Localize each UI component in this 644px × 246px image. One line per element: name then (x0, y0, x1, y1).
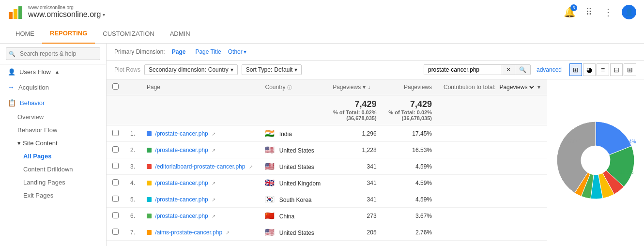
dim-option-page-title[interactable]: Page Title (192, 47, 224, 56)
row7-ext-link[interactable]: ↗ (226, 230, 230, 235)
row7-page-link[interactable]: /aims-prostate-cancer.php (155, 229, 222, 236)
nav-home[interactable]: HOME (8, 24, 42, 44)
sort-dropdown-arrow[interactable]: ▾ (363, 84, 366, 91)
row4-page: /prostate-cancer.php ↗ (141, 175, 259, 191)
row2-ext-link[interactable]: ↗ (212, 148, 215, 153)
row1-country-name: India (279, 131, 292, 138)
row5-page-link[interactable]: /prostate-cancer.php (155, 196, 208, 203)
site-content-label: Site Content (23, 139, 58, 147)
row2-pageviews: 1,228 (327, 142, 382, 158)
data-view-button[interactable]: ⊞ (569, 63, 582, 76)
compare-view-button[interactable]: ⊟ (610, 63, 623, 76)
sidebar-item-site-content-header[interactable]: ▾ Site Content (10, 137, 106, 150)
nav-customization[interactable]: CUSTOMIZATION (95, 24, 162, 44)
row1-page-link[interactable]: /prostate-cancer.php (155, 130, 208, 137)
row3-pageviews: 341 (327, 158, 382, 175)
col-num (124, 79, 141, 95)
site-url-large[interactable]: www.omicsonline.org ▾ (28, 10, 105, 19)
header-left: www.omicsonline.org www.omicsonline.org … (8, 4, 105, 20)
row3-ext-link[interactable]: ↗ (249, 164, 253, 169)
secondary-dim-arrow: ▾ (230, 66, 233, 73)
totals-row: 7,429 % of Total: 0.02% (36,678,035) 7,4… (107, 95, 547, 125)
svg-rect-2 (18, 6, 22, 19)
site-dropdown-arrow[interactable]: ▾ (103, 12, 105, 17)
sidebar-item-content-drilldown[interactable]: Content Drilldown (15, 163, 106, 176)
contribution-select[interactable]: Pageviews (497, 83, 536, 91)
search-button[interactable]: 🔍 (515, 65, 530, 75)
plot-rows-button[interactable]: Plot Rows (114, 66, 140, 73)
pie-label-3: 37.5% (567, 139, 580, 144)
table-row: 6. /prostate-cancer.php ↗ 🇨🇳 China 273 (107, 208, 547, 224)
advanced-button[interactable]: advanced (537, 66, 562, 73)
sidebar-item-overview[interactable]: Overview (10, 110, 106, 123)
totals-count: (36,678,035) (333, 115, 376, 121)
pie-label-1: 17.4% (622, 139, 636, 144)
col-pageviews-sort[interactable]: Pageviews ▾ ↓ (327, 79, 382, 95)
row5-contribution: 4.59% (383, 191, 438, 208)
more-options-icon[interactable]: ⋮ (602, 6, 614, 18)
row3-bar (438, 158, 547, 175)
search-filter-input[interactable] (424, 65, 502, 75)
row4-page-link[interactable]: /prostate-cancer.php (155, 180, 208, 186)
sort-direction-arrow[interactable]: ↓ (368, 84, 370, 91)
row6-page-link[interactable]: /prostate-cancer.php (155, 213, 208, 219)
sort-type-dropdown[interactable]: Sort Type: Default ▾ (242, 64, 302, 75)
row4-ext-link[interactable]: ↗ (212, 181, 215, 186)
search-input[interactable] (6, 47, 100, 60)
nav-admin[interactable]: ADMIN (162, 24, 198, 44)
col-checkbox (107, 79, 124, 95)
pivot-view-button[interactable]: ⊞ (624, 63, 636, 76)
row3-page-link[interactable]: /editorialboard-prostate-cancer.php (155, 163, 245, 170)
row1-ext-link[interactable]: ↗ (212, 131, 215, 137)
apps-icon[interactable]: ⠿ (583, 6, 595, 18)
nav-reporting[interactable]: REPORTING (42, 24, 95, 44)
row4-pageviews: 341 (327, 175, 382, 191)
row2-bar (438, 142, 547, 158)
row7-page: /aims-prostate-cancer.php ↗ (141, 224, 259, 241)
main: 👤 Users Flow ▲ → Acquisition 📋 Behavior … (0, 44, 644, 246)
sidebar-item-all-pages[interactable]: All Pages (15, 150, 106, 163)
notification-icon[interactable]: 🔔 3 (564, 6, 575, 18)
row1-checkbox[interactable] (107, 125, 124, 142)
clear-search-button[interactable]: ✕ (502, 65, 515, 75)
row3-country-name: United States (279, 164, 314, 170)
primary-dimension-bar: Primary Dimension: Page Page Title Other… (107, 44, 644, 61)
col-page: Page (141, 79, 259, 95)
totals-pageviews2: 7,429 % of Total: 0.02% (36,678,035) (383, 95, 438, 125)
avatar[interactable]: 👤 (622, 5, 636, 19)
svg-rect-1 (14, 9, 17, 19)
nav: HOME REPORTING CUSTOMIZATION ADMIN (0, 24, 644, 44)
col-pageviews2: Pageviews (383, 79, 438, 95)
totals-pct2: % of Total: 0.02% (388, 109, 432, 115)
row4-country: 🇬🇧 United Kingdom (259, 175, 327, 191)
select-all-checkbox[interactable] (112, 83, 119, 90)
sidebar-item-behavior-flow[interactable]: Behavior Flow (10, 123, 106, 137)
secondary-dim-dropdown[interactable]: Secondary dimension: Country ▾ (144, 64, 238, 75)
row6-pageviews: 273 (327, 208, 382, 224)
row7-flag: 🇺🇸 (265, 228, 275, 236)
totals-contribution (438, 95, 547, 125)
row1-flag: 🇮🇳 (265, 129, 275, 138)
bar-view-button[interactable]: ≡ (597, 63, 609, 76)
sidebar-item-landing-pages[interactable]: Landing Pages (15, 176, 106, 189)
other-dropdown-arrow: ▾ (244, 48, 246, 55)
sidebar-item-behavior[interactable]: 📋 Behavior (0, 95, 106, 110)
search-filter: ✕ 🔍 (424, 64, 531, 75)
row6-ext-link[interactable]: ↗ (212, 214, 215, 219)
dim-option-page[interactable]: Page (169, 47, 189, 56)
dim-option-other[interactable]: Other ▾ (228, 48, 246, 55)
pie-view-button[interactable]: ◕ (583, 63, 596, 76)
row7-pageviews: 205 (327, 224, 382, 241)
row5-ext-link[interactable]: ↗ (212, 197, 215, 202)
country-info-icon[interactable]: ⓘ (287, 85, 292, 90)
row6-color-dot (147, 214, 152, 218)
sidebar-section: 👤 Users Flow ▲ → Acquisition 📋 Behavior … (0, 64, 106, 202)
sidebar-item-users-flow[interactable]: 👤 Users Flow ▲ (0, 64, 106, 79)
row5-country: 🇰🇷 South Korea (259, 191, 327, 208)
row5-pageviews: 341 (327, 191, 382, 208)
row6-flag: 🇨🇳 (265, 212, 275, 220)
sidebar-item-acquisition[interactable]: → Acquisition (0, 79, 106, 95)
sidebar-item-exit-pages[interactable]: Exit Pages (15, 189, 106, 202)
row2-contribution: 16.53% (383, 142, 438, 158)
row2-page-link[interactable]: /prostate-cancer.php (155, 147, 208, 154)
